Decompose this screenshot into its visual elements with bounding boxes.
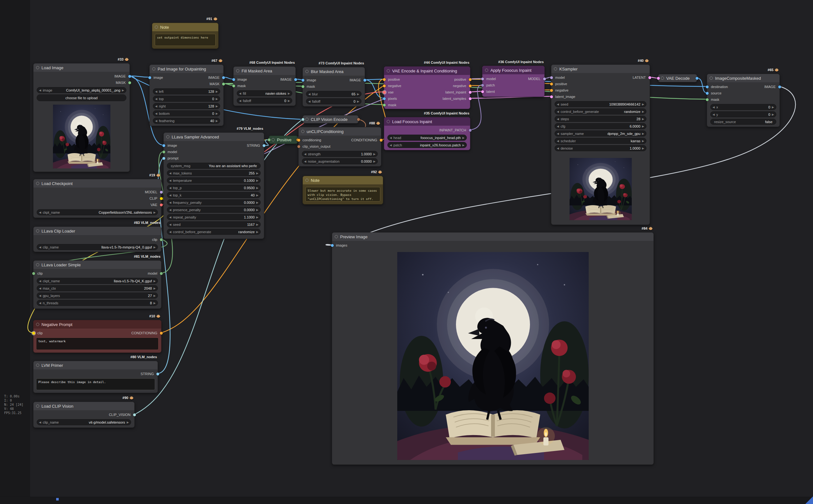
decrement-icon[interactable]: ◀ — [308, 100, 310, 103]
collapse-icon[interactable] — [236, 69, 239, 72]
increment-icon[interactable]: ▶ — [462, 136, 465, 139]
increment-icon[interactable]: ▶ — [153, 279, 156, 283]
node-preview-image[interactable]: #84 🐵 Preview Image images — [332, 232, 654, 465]
decrement-icon[interactable]: ◀ — [557, 139, 559, 143]
node-load-fooocus-inpaint[interactable]: #35 ComfyUI Inpaint Nodes Load Fooocus I… — [384, 117, 470, 150]
decrement-icon[interactable]: ◀ — [239, 99, 241, 102]
text-box[interactable]: text, watermark — [36, 337, 159, 350]
input-model-dot[interactable] — [481, 78, 484, 80]
output-slot-dot[interactable] — [357, 118, 360, 121]
node-vae-decode[interactable]: VAE Decode — [658, 74, 697, 82]
node-fill-masked-area[interactable]: #68 ComfyUI Inpaint Nodes Fill Masked Ar… — [233, 66, 296, 106]
collapse-icon[interactable] — [36, 229, 39, 233]
widget-top_k[interactable]: ◀top_k40▶ — [167, 192, 261, 198]
decrement-icon[interactable]: ◀ — [557, 110, 559, 113]
increment-icon[interactable]: ▶ — [357, 100, 359, 103]
widget-right[interactable]: ◀right128▶ — [153, 103, 220, 109]
node-load-image[interactable]: #33 🐵 Load Image IMAGEMASK◀imageComfyUI_… — [33, 63, 130, 172]
increment-icon[interactable]: ▶ — [256, 216, 258, 219]
widget-feathering[interactable]: ◀feathering40▶ — [153, 118, 220, 124]
increment-icon[interactable]: ▶ — [153, 294, 156, 297]
node-llava-sampler-advanced[interactable]: #79 VLM_nodes LLava Sampler Advanced ima… — [163, 132, 264, 239]
increment-icon[interactable]: ▶ — [256, 172, 258, 175]
input-latent-dot[interactable] — [481, 90, 484, 93]
decrement-icon[interactable]: ◀ — [390, 136, 392, 139]
node-header[interactable]: Apply Fooocus Inpaint — [482, 66, 544, 74]
output-VAE-dot[interactable] — [160, 204, 163, 206]
node-llava-loader-simple[interactable]: #81 VLM_nodes LLava Loader Simple clipmo… — [33, 260, 161, 309]
widget-left[interactable]: ◀left128▶ — [153, 88, 220, 94]
widget-ckpt_name[interactable]: ◀ckpt_namellava-v1.5-7b-Q4_K.gguf▶ — [37, 278, 158, 284]
input-clip-dot[interactable] — [32, 272, 35, 275]
increment-icon[interactable]: ▶ — [256, 186, 258, 189]
widget-system_msg[interactable]: system_msgYou are an assistant who perfe — [167, 163, 261, 169]
decrement-icon[interactable]: ◀ — [304, 152, 306, 156]
output-positive-dot[interactable] — [469, 78, 472, 81]
node-header[interactable]: Load Checkpoint — [34, 179, 161, 188]
increment-icon[interactable]: ▶ — [772, 113, 774, 116]
node-note-91[interactable]: #91 🐵 Note set outpaint dimensions here — [152, 23, 219, 49]
decrement-icon[interactable]: ◀ — [390, 144, 392, 147]
widget-steps[interactable]: ◀steps28▶ — [555, 116, 646, 122]
input-model-dot[interactable] — [162, 151, 165, 153]
input-model-dot[interactable] — [550, 76, 553, 79]
output-CONDITIONING-dot[interactable] — [160, 332, 163, 335]
widget-temperature[interactable]: ◀temperature0.1000▶ — [167, 177, 261, 183]
widget-blur[interactable]: ◀blur65▶ — [306, 91, 362, 97]
input-latent_image-dot[interactable] — [550, 95, 553, 98]
decrement-icon[interactable]: ◀ — [39, 89, 41, 92]
widget-image[interactable]: ◀imageComfyUI_temp_akpbj_00001_.png▶ — [37, 87, 126, 93]
collapse-icon[interactable] — [661, 77, 664, 80]
widget-bottom[interactable]: ◀bottom0▶ — [153, 110, 220, 116]
link[interactable] — [470, 91, 482, 92]
input-pixels-dot[interactable] — [383, 97, 386, 100]
decrement-icon[interactable]: ◀ — [169, 172, 171, 175]
increment-icon[interactable]: ▶ — [153, 301, 156, 305]
decrement-icon[interactable]: ◀ — [169, 179, 171, 182]
input-mask-dot[interactable] — [383, 104, 386, 107]
widget-control_before_generate[interactable]: ◀control_before_generaterandomize▶ — [167, 229, 261, 235]
input-negative-dot[interactable] — [383, 85, 386, 87]
increment-icon[interactable]: ▶ — [642, 117, 644, 121]
collapse-icon[interactable] — [36, 323, 39, 326]
increment-icon[interactable]: ▶ — [216, 119, 218, 122]
output-negative-dot[interactable] — [469, 85, 472, 87]
node-header[interactable]: LLava Loader Simple — [34, 261, 161, 269]
widget-resize_source[interactable]: resize_sourcefalse — [710, 119, 776, 125]
decrement-icon[interactable]: ◀ — [169, 230, 171, 233]
node-header[interactable]: VAE Encode & Inpaint Conditioning — [384, 67, 470, 75]
decrement-icon[interactable]: ◀ — [155, 105, 157, 108]
input-vae-dot[interactable] — [383, 91, 386, 94]
decrement-icon[interactable]: ◀ — [39, 301, 41, 305]
widget-ckpt_name[interactable]: ◀ckpt_nameCopperfieldssonV2NL.safetensor… — [37, 209, 158, 215]
collapse-icon[interactable] — [36, 182, 39, 185]
node-image-composite-masked[interactable]: #65 🐵 ImageCompositeMasked destinationIM… — [707, 74, 780, 127]
widget-patch[interactable]: ◀patchinpaint_v26.fooocus.patch▶ — [387, 142, 467, 148]
decrement-icon[interactable]: ◀ — [712, 113, 715, 116]
increment-icon[interactable]: ▶ — [357, 93, 359, 96]
widget-max_ctx[interactable]: ◀max_ctx2048▶ — [37, 285, 158, 291]
node-header[interactable]: Fill Masked Area — [234, 67, 295, 75]
widget-max_tokens[interactable]: ◀max_tokens255▶ — [167, 170, 261, 176]
decrement-icon[interactable]: ◀ — [169, 194, 171, 197]
increment-icon[interactable]: ▶ — [216, 112, 218, 115]
collapse-icon[interactable] — [155, 26, 158, 29]
decrement-icon[interactable]: ◀ — [308, 93, 310, 96]
output-INPAINT_PATCH-dot[interactable] — [469, 129, 472, 132]
widget-falloff[interactable]: ◀falloff0▶ — [237, 98, 292, 104]
output-STRING-dot[interactable] — [263, 144, 265, 147]
input-clip-dot[interactable] — [32, 332, 35, 335]
increment-icon[interactable]: ▶ — [642, 139, 644, 143]
output-CLIP_VISION-dot[interactable] — [133, 413, 136, 416]
node-llava-clip-loader[interactable]: #83 VLM_nodes LLava Clip Loader clip◀cli… — [33, 226, 161, 252]
input-slot-dot[interactable] — [657, 77, 660, 80]
input-positive-dot[interactable] — [383, 78, 386, 81]
output-IMAGE-dot[interactable] — [222, 76, 225, 79]
decrement-icon[interactable]: ◀ — [155, 112, 157, 115]
node-positive-prompt[interactable]: Positive — [269, 136, 298, 144]
collapse-icon[interactable] — [36, 404, 39, 408]
collapse-icon[interactable] — [387, 69, 390, 72]
increment-icon[interactable]: ▶ — [256, 208, 258, 211]
decrement-icon[interactable]: ◀ — [169, 223, 171, 226]
widget-x[interactable]: ◀x0▶ — [710, 104, 776, 110]
